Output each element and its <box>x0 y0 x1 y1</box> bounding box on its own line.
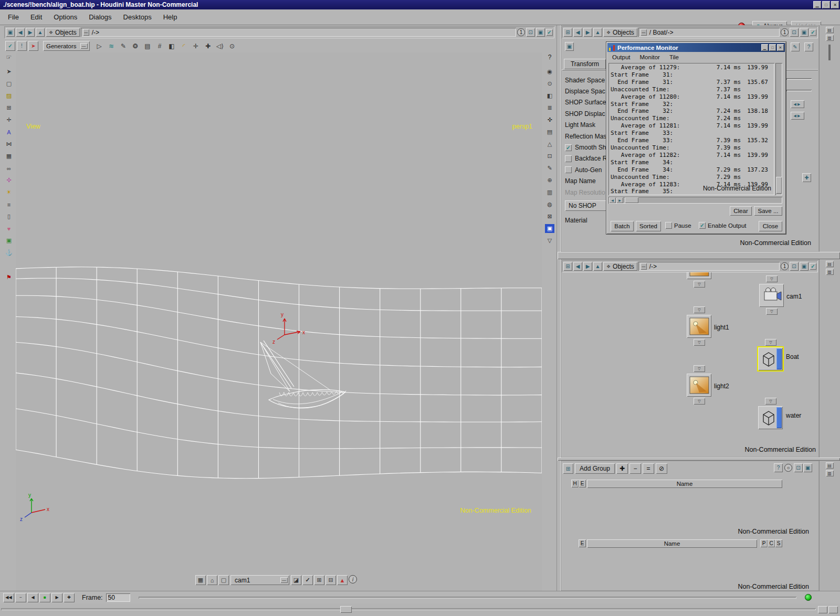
pane-max-icon[interactable]: ▣ <box>803 463 812 472</box>
pane-max-icon[interactable]: ▣ <box>800 262 808 271</box>
forward-icon[interactable]: ▶ <box>583 28 592 37</box>
loop-icon[interactable]: ∞ <box>4 164 14 173</box>
play-icon[interactable]: ▷ <box>94 41 104 51</box>
cross-icon[interactable]: ✜ <box>545 115 554 124</box>
menu-edit[interactable]: Edit <box>25 13 48 21</box>
mask-icon[interactable]: ◪ <box>291 575 301 585</box>
checkbox-checked-icon[interactable]: ✓ <box>699 222 706 229</box>
help-icon[interactable]: ? <box>774 463 783 472</box>
alert-icon[interactable]: ▲ <box>337 575 348 585</box>
scroll-right-icon[interactable]: ▶ <box>616 197 623 203</box>
star-icon[interactable]: ✣ <box>4 176 14 185</box>
minimize-icon[interactable]: ▁ <box>813 1 821 8</box>
plus-icon[interactable]: ✚ <box>203 41 213 51</box>
node-flag[interactable]: ▽ <box>694 398 705 405</box>
path-history-icon[interactable]: — <box>640 263 647 270</box>
frame-input[interactable] <box>106 593 130 602</box>
column-p-header[interactable]: P <box>760 539 768 547</box>
target-icon[interactable]: ⊙ <box>545 79 554 88</box>
stamp-icon[interactable]: ▤ <box>143 41 153 51</box>
back-icon[interactable]: ◀ <box>573 28 582 37</box>
tab-transform[interactable]: Transform <box>564 59 606 69</box>
add-parm-icon[interactable]: ✚ <box>802 173 811 182</box>
menu-thumb-icon[interactable]: — <box>280 577 288 583</box>
menu-tile[interactable]: Tile <box>665 54 684 60</box>
box-select-icon[interactable]: ▢ <box>4 79 14 88</box>
value-spinner-icon[interactable]: ◀▶ <box>791 100 804 108</box>
window-titlebar[interactable]: ./scenes/!bench/align_boat.hip - Houdini… <box>0 0 840 9</box>
forward-icon[interactable]: ▶ <box>26 28 35 37</box>
stow-bar-icon[interactable]: ▥ <box>826 35 834 41</box>
step-back-button[interactable]: − <box>15 593 26 602</box>
performance-monitor-window[interactable]: Performance Monitor ▁ □ ✕ Output Monitor… <box>606 42 786 234</box>
step-forward-button[interactable]: ✚ <box>64 593 75 602</box>
node-flag[interactable]: ▽ <box>694 365 705 372</box>
remove-icon[interactable]: − <box>629 463 641 474</box>
path-field[interactable]: — /-> <box>638 262 780 271</box>
render-view-icon[interactable]: ▦ <box>195 575 206 585</box>
secure-selection-checkbox[interactable]: ✓ <box>5 41 15 51</box>
context-selector[interactable]: ❖ Objects <box>603 262 637 271</box>
link-badge-icon[interactable]: 1 <box>781 262 789 270</box>
scroll-left-icon[interactable]: ◀ <box>609 197 616 203</box>
pane-splitter[interactable] <box>558 252 840 259</box>
help-icon[interactable]: ? <box>548 54 552 61</box>
add-icon[interactable]: ✚ <box>616 463 628 474</box>
pause-checkbox[interactable]: Pause <box>665 222 691 229</box>
help-icon[interactable]: ? <box>804 43 813 51</box>
radio-icon[interactable]: ○ <box>784 464 792 472</box>
node-flag[interactable]: ▽ <box>766 275 778 282</box>
lock-camera-checkbox[interactable]: ✓ <box>302 575 313 585</box>
node-flag[interactable]: ▽ <box>765 339 776 346</box>
generators-dropdown[interactable]: Generators — <box>43 41 90 51</box>
frame-slider[interactable] <box>139 597 796 599</box>
pane-divider[interactable] <box>556 25 561 591</box>
stow-bar-icon[interactable]: ▥ <box>826 470 834 476</box>
column-e-header[interactable]: E <box>579 539 586 547</box>
equals-icon[interactable]: = <box>643 463 654 474</box>
context-selector[interactable]: ❖ Objects <box>46 28 80 37</box>
scrollbar-track[interactable] <box>1 608 816 610</box>
move-icon[interactable]: ✛ <box>4 115 14 124</box>
close-button[interactable]: Close <box>759 221 782 231</box>
lines-icon[interactable]: ≣ <box>545 103 554 112</box>
list-pane-icon[interactable]: ⊞ <box>563 463 573 474</box>
list-icon[interactable]: ≡ <box>4 200 14 209</box>
pane-type-icon[interactable]: ⊞ <box>563 262 572 271</box>
stow-icon[interactable]: ▽ <box>545 236 554 245</box>
edit-icon[interactable]: ✎ <box>545 164 554 173</box>
slider-track[interactable] <box>786 78 812 80</box>
pane-type-icon[interactable]: ⊞ <box>563 28 572 37</box>
dot-box-icon[interactable]: ⊡ <box>545 152 554 161</box>
node-tile-boat[interactable] <box>758 347 783 370</box>
pane-max-icon[interactable]: ▣ <box>536 28 545 37</box>
home-view-icon[interactable]: ⌂ <box>207 575 217 585</box>
pane-type-icon[interactable]: ▣ <box>6 28 15 37</box>
param-checkbox[interactable]: ✓ <box>565 144 572 151</box>
pane-copy-icon[interactable]: ⊡ <box>794 463 803 472</box>
display-flag[interactable] <box>776 348 782 369</box>
node-flag[interactable]: ▽ <box>766 308 778 315</box>
menu-options[interactable]: Options <box>48 13 83 21</box>
edit-pencil-icon[interactable]: ✎ <box>791 43 800 51</box>
stow-bar-icon[interactable]: ▤ <box>826 261 834 267</box>
jump-start-button[interactable]: ◀◀ <box>3 593 14 602</box>
menu-desktops[interactable]: Desktops <box>118 13 158 21</box>
performance-monitor-titlebar[interactable]: Performance Monitor ▁ □ ✕ <box>607 43 785 52</box>
circle-icon[interactable]: ◍ <box>545 200 554 209</box>
speaker-icon[interactable]: ◁⟩ <box>215 41 225 51</box>
cube-icon[interactable]: ◧ <box>167 41 177 51</box>
pin-checkbox[interactable]: ✓ <box>546 29 553 36</box>
scrollbar-thumb[interactable] <box>776 177 782 194</box>
stop-button[interactable]: ■ <box>39 593 50 602</box>
pattern-icon[interactable]: ▨ <box>4 91 14 100</box>
network-editor[interactable]: ▽ ▽ ▽ cam1 ▽ <box>562 272 818 456</box>
column-c-header[interactable]: C <box>768 539 775 547</box>
split-icon[interactable]: ◧ <box>545 91 554 100</box>
menu-file[interactable]: File <box>2 13 25 21</box>
node-flag[interactable]: ▽ <box>694 306 705 313</box>
resize-corner[interactable] <box>828 606 838 613</box>
node-tile-water[interactable] <box>758 406 783 429</box>
horizontal-scrollbar[interactable]: ◀ ▶ <box>608 197 782 204</box>
value-spinner-icon[interactable]: ◀▶ <box>791 112 804 120</box>
